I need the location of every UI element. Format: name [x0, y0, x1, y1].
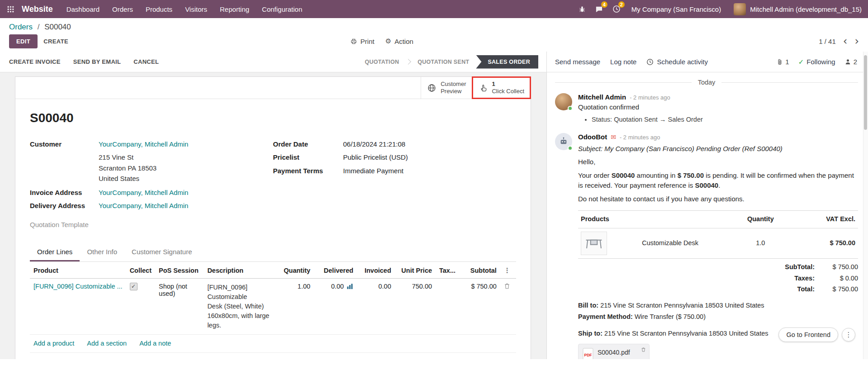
customer-link[interactable]: YourCompany, Mitchell Admin: [99, 140, 188, 148]
add-a-section-link[interactable]: Add a section: [87, 340, 127, 347]
online-status-dot: [568, 106, 573, 111]
click-collect-label: Click Collect: [492, 88, 524, 95]
send-message-button[interactable]: Send message: [555, 58, 600, 66]
delete-line-trash-icon[interactable]: [504, 283, 510, 289]
app-name: Website: [22, 5, 53, 14]
vat-header: VAT Excl.: [791, 211, 858, 228]
main-menu: Dashboard Orders Products Visitors Repor…: [60, 0, 309, 18]
cancel-button[interactable]: CANCEL: [133, 58, 159, 65]
add-a-note-link[interactable]: Add a note: [139, 340, 171, 347]
quantity-header: Quantity: [730, 211, 791, 228]
create-invoice-button[interactable]: CREATE INVOICE: [9, 58, 61, 65]
menu-reporting[interactable]: Reporting: [213, 0, 256, 18]
activities-icon[interactable]: 2: [608, 0, 625, 18]
product-link[interactable]: [FURN_0096] Customizable ...: [33, 283, 123, 290]
following-button[interactable]: ✓ Following: [798, 58, 835, 66]
print-menu[interactable]: Print: [351, 37, 375, 45]
message-timestamp: - 2 minutes ago: [630, 94, 670, 101]
chatter-toolbar: Send message Log note Schedule activity …: [547, 52, 868, 72]
order-lines-table: Product Collect PoS Session Description …: [30, 262, 516, 335]
taxes-value: $ 0.00: [815, 274, 858, 284]
message-author[interactable]: Mitchell Admin: [578, 93, 626, 101]
total-label: Total:: [797, 285, 815, 294]
paperclip-icon: [776, 58, 783, 66]
forecast-chart-icon[interactable]: [346, 283, 353, 289]
globe-icon: [427, 84, 436, 92]
menu-dashboard[interactable]: Dashboard: [60, 0, 106, 18]
customer-address: 215 Vine St Scranton PA 18503 United Sta…: [99, 152, 273, 184]
chatter-scrollbar-track[interactable]: [863, 52, 868, 359]
collect-checkbox[interactable]: ✓: [130, 283, 138, 290]
edit-button[interactable]: EDIT: [9, 34, 38, 48]
breadcrumb-orders-link[interactable]: Orders: [9, 23, 33, 31]
bill-to-line: Bill to: 215 Vine St Scranton Pennsylvan…: [578, 301, 858, 311]
stage-quotation-sent[interactable]: QUOTATION SENT: [411, 55, 476, 69]
stage-separator-icon: [405, 59, 411, 65]
messages-icon[interactable]: 4: [591, 0, 608, 18]
menu-visitors[interactable]: Visitors: [179, 0, 213, 18]
email-totals: SubTotal:$ 750.00 Taxes:$ 0.00 Total:$ 7…: [578, 262, 858, 294]
breadcrumb-current: S00040: [44, 23, 71, 31]
top-navbar: Website Dashboard Orders Products Visito…: [0, 0, 868, 18]
customer-label: Customer: [30, 139, 99, 149]
action-menu[interactable]: ⚙ Action: [385, 37, 413, 45]
menu-orders[interactable]: Orders: [106, 0, 139, 18]
total-value: $ 750.00: [815, 285, 858, 294]
message-quotation-confirmed: Mitchell Admin - 2 minutes ago Quotation…: [547, 93, 868, 123]
messages-badge: 4: [601, 1, 607, 8]
email-products-table: Products Quantity VAT Excl.: [578, 210, 858, 259]
stage-quotation[interactable]: QUOTATION: [358, 55, 406, 69]
pager-previous-icon[interactable]: ‹: [843, 37, 848, 45]
user-menu[interactable]: Mitchell Admin (development_db_15): [727, 3, 868, 15]
followers-button[interactable]: 2: [844, 58, 857, 66]
tab-order-lines[interactable]: Order Lines: [30, 243, 80, 261]
add-a-product-link[interactable]: Add a product: [33, 340, 74, 347]
apps-menu-icon[interactable]: [0, 0, 21, 18]
pos-session-cell: Shop (not used): [155, 278, 204, 334]
control-panel: Orders / S00040 EDIT CREATE Print ⚙ Acti: [0, 18, 868, 52]
pager-count[interactable]: 1 / 41: [819, 38, 836, 45]
attachment-name[interactable]: S00040.pdf: [598, 348, 630, 357]
stage-sales-order[interactable]: SALES ORDER: [476, 55, 538, 69]
invoice-address-link[interactable]: YourCompany, Mitchell Admin: [99, 189, 188, 196]
chatter-scrollbar-thumb[interactable]: [864, 55, 867, 130]
attachment-type: PDF: [598, 359, 630, 359]
taxes-label: Taxes:: [794, 274, 815, 284]
company-switcher[interactable]: My Company (San Francisco): [625, 5, 727, 13]
customer-preview-line1: Customer: [441, 81, 466, 88]
menu-configuration[interactable]: Configuration: [256, 0, 308, 18]
optional-columns-toggle[interactable]: ⋮: [504, 266, 511, 274]
customer-preview-button[interactable]: Customer Preview: [421, 77, 472, 99]
col-invoiced: Invoiced: [357, 262, 395, 279]
tax-cell: [436, 278, 460, 334]
form-statusbar: CREATE INVOICE SEND BY EMAIL CANCEL QUOT…: [0, 52, 546, 72]
hand-pointer-icon: [479, 84, 487, 92]
delete-attachment-trash-icon[interactable]: [641, 347, 646, 352]
go-to-frontend-button[interactable]: Go to Frontend: [778, 327, 838, 342]
tab-other-info[interactable]: Other Info: [80, 243, 124, 261]
click-collect-stat-button[interactable]: 1 Click Collect: [472, 77, 531, 99]
pager-next-icon[interactable]: ›: [854, 37, 859, 45]
product-amount-cell: $ 750.00: [791, 228, 858, 258]
menu-products[interactable]: Products: [139, 0, 179, 18]
smart-button-box: Customer Preview 1 Click Collect: [15, 77, 531, 99]
frontend-more-options-icon[interactable]: ⋮: [842, 328, 855, 342]
chatter-panel: Send message Log note Schedule activity …: [546, 52, 868, 359]
attachments-button[interactable]: 1: [776, 58, 789, 66]
message-author[interactable]: OdooBot: [578, 133, 607, 141]
debug-bug-icon[interactable]: [574, 0, 591, 18]
payment-method-line: Payment Method: Wire Transfer ($ 750.00): [578, 312, 858, 322]
address-line-1: 215 Vine St: [99, 152, 273, 162]
order-form-sheet: Customer Preview 1 Click Collect: [15, 76, 531, 359]
col-unit-price: Unit Price: [395, 262, 436, 279]
gear-icon: ⚙: [385, 37, 391, 45]
create-button[interactable]: CREATE: [38, 35, 74, 48]
send-by-email-button[interactable]: SEND BY EMAIL: [73, 58, 121, 65]
message-timestamp: - 2 minutes ago: [620, 134, 660, 141]
delivery-address-link[interactable]: YourCompany, Mitchell Admin: [99, 202, 188, 209]
tab-customer-signature[interactable]: Customer Signature: [124, 243, 199, 261]
form-view-background: Customer Preview 1 Click Collect: [0, 72, 546, 359]
schedule-activity-button[interactable]: Schedule activity: [646, 58, 708, 66]
log-note-button[interactable]: Log note: [610, 58, 636, 66]
attachment-card[interactable]: PDF S00040.pdf PDF: [578, 344, 650, 359]
